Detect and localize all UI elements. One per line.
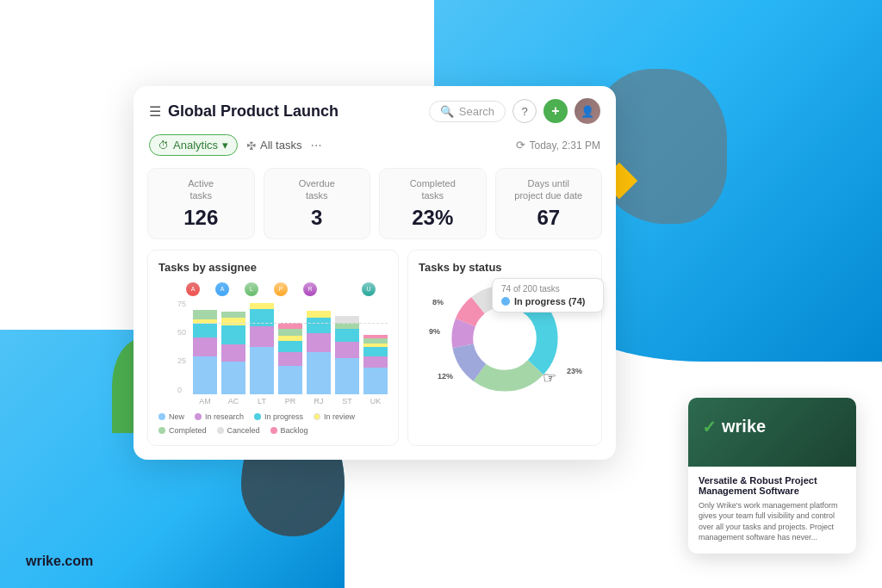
bar-ac-progress (221, 325, 245, 344)
legend-backlog: Backlog (270, 426, 308, 435)
legend-label-completed: Completed (169, 426, 207, 435)
bg-white-blob-shape (469, 450, 641, 588)
bar-ac-completed (221, 312, 245, 318)
header-right-controls: 🔍 Search ? + 👤 (429, 98, 600, 124)
stat-overdue-value: 3 (275, 206, 360, 230)
bar-chart-legend: New In research In progress In review (158, 412, 388, 435)
legend-new: New (158, 412, 184, 421)
help-button[interactable]: ? (512, 99, 537, 123)
bar-rj-progress (307, 318, 331, 333)
donut-label-9: 9% (429, 327, 440, 336)
bar-pr-backlog (278, 323, 302, 329)
more-options-button[interactable]: ··· (310, 138, 321, 153)
stat-days-until: Days untilproject due date 67 (495, 168, 603, 239)
tooltip-label: In progress (74) (514, 296, 586, 306)
bar-group-st (335, 316, 359, 394)
bar-am-research (193, 337, 217, 356)
legend-label-backlog: Backlog (281, 426, 308, 435)
bar-lt-review (250, 303, 274, 309)
main-dashboard-card: ☰ Global Product Launch 🔍 Search ? + 👤 ⏱… (134, 86, 616, 460)
card-toolbar: ⏱ Analytics ▾ ⧾ All tasks ··· ⟳ Today, 2… (134, 131, 616, 164)
avatar-ac: A (215, 282, 229, 296)
x-label-ac: AC (221, 397, 245, 405)
bar-group-lt (250, 303, 274, 394)
analytics-label: Analytics (173, 139, 218, 152)
stat-completed-tasks: Completedtasks 23% (379, 168, 487, 239)
bar-chart: A A L P R (158, 282, 388, 435)
stat-days-value: 67 (506, 206, 592, 230)
wrike-card-title: Versatile & Robust Project Management So… (699, 475, 846, 496)
x-label-rj: RJ (307, 397, 331, 405)
legend-dot-backlog (270, 427, 277, 434)
legend-dot-new (158, 413, 165, 420)
stat-completed-value: 23% (390, 206, 475, 230)
all-tasks-label: All tasks (260, 139, 301, 152)
legend-label-new: New (169, 412, 184, 421)
x-label-pr: PR (278, 397, 302, 405)
add-button[interactable]: + (543, 99, 568, 123)
avatar-am: A (186, 282, 200, 296)
stat-completed-label: Completedtasks (390, 177, 475, 202)
donut-label-23: 23% (567, 367, 582, 375)
tooltip-header: 74 of 200 tasks (501, 284, 594, 294)
legend-in-review: In review (314, 412, 355, 421)
stats-row: Activetasks 126 Overduetasks 3 Completed… (134, 164, 616, 250)
bar-lt-new (250, 347, 274, 394)
legend-dot-completed (158, 427, 165, 434)
card-title-area: ☰ Global Product Launch (149, 102, 339, 121)
y-label-75: 75 (177, 300, 189, 308)
bar-chart-card: Tasks by assignee A A L (147, 250, 399, 446)
search-icon: 🔍 (440, 105, 454, 118)
wrike-domain-label: wrike.com (26, 554, 93, 569)
bar-rj-research (307, 333, 331, 352)
bar-uk-new (363, 368, 388, 394)
bar-group-pr (278, 323, 302, 394)
stat-overdue-tasks: Overduetasks 3 (264, 168, 371, 239)
filter-icon: ⧾ (246, 139, 257, 152)
legend-canceled: Canceled (217, 426, 260, 435)
user-avatar[interactable]: 👤 (575, 98, 600, 124)
bar-am-new (193, 356, 217, 394)
legend-label-review: In review (324, 412, 355, 421)
stat-active-label: Activetasks (158, 177, 244, 202)
bar-pr-new (278, 366, 302, 394)
donut-chart-title: Tasks by status (419, 261, 591, 274)
wrike-logo-text: wrike (722, 417, 766, 436)
project-title: Global Product Launch (168, 102, 339, 121)
wrike-card-description: Only Wrike's work management platform gi… (699, 500, 846, 543)
bar-pr-progress (278, 341, 302, 352)
dashed-line (193, 323, 388, 324)
y-axis: 0 25 50 75 (177, 300, 193, 394)
legend-completed: Completed (158, 426, 207, 435)
bar-am-progress (193, 324, 217, 337)
bar-chart-area: A A L P R (177, 282, 388, 405)
timestamp-label: Today, 2:31 PM (530, 139, 601, 152)
analytics-button[interactable]: ⏱ Analytics ▾ (149, 134, 238, 156)
bar-st-progress (335, 329, 359, 342)
card-header: ☰ Global Product Launch 🔍 Search ? + 👤 (134, 86, 616, 131)
legend-dot-progress (254, 413, 261, 420)
wrike-card: ✓ wrike Versatile & Robust Project Manag… (688, 398, 856, 554)
y-label-0: 0 (177, 386, 189, 394)
legend-label-progress: In progress (264, 412, 303, 421)
y-label-50: 50 (177, 328, 189, 337)
bar-group-ac (221, 312, 245, 394)
bar-st-new (335, 358, 359, 394)
analytics-chevron: ▾ (222, 139, 228, 152)
legend-dot-research (195, 413, 202, 420)
hamburger-icon[interactable]: ☰ (149, 103, 161, 120)
legend-label-canceled: Canceled (227, 426, 260, 435)
legend-in-research: In research (195, 412, 244, 421)
wrike-body: Versatile & Robust Project Management So… (688, 467, 856, 554)
y-label-25: 25 (177, 356, 189, 365)
sync-icon: ⟳ (516, 139, 525, 152)
tooltip-row: In progress (74) (501, 296, 594, 306)
avatar-rj: R (303, 282, 317, 296)
toolbar-left: ⏱ Analytics ▾ ⧾ All tasks ··· (149, 134, 322, 156)
all-tasks-button[interactable]: ⧾ All tasks (246, 139, 301, 152)
donut-label-12: 12% (438, 372, 453, 381)
bar-columns (193, 300, 388, 394)
search-bar[interactable]: 🔍 Search (429, 101, 506, 122)
legend-dot-review (314, 413, 320, 420)
donut-hole (475, 309, 534, 368)
